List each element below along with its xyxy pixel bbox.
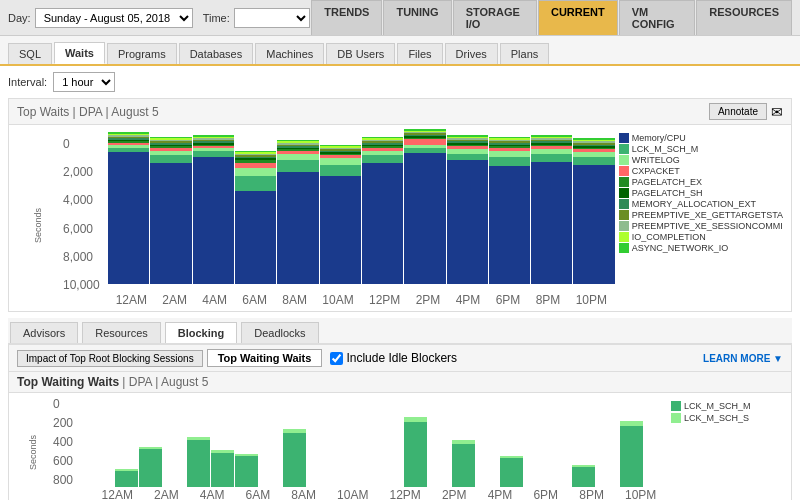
bottom-bar-group <box>548 397 571 487</box>
bar-group <box>193 129 234 284</box>
idle-blockers-checkbox[interactable] <box>330 352 343 365</box>
legend-item: PREEMPTIVE_XE_SESSIONCOMMI <box>619 221 783 231</box>
bottom-y-axis-label: Seconds <box>28 425 38 470</box>
bottom-legend-color <box>671 401 681 411</box>
bar-segment <box>150 155 191 163</box>
nav-tab-current[interactable]: CURRENT <box>538 0 618 35</box>
time-select[interactable] <box>234 8 311 28</box>
legend-item: CXPACKET <box>619 166 783 176</box>
bottom-bar-group <box>331 397 354 487</box>
legend-item: ASYNC_NETWORK_IO <box>619 243 783 253</box>
bar-segment <box>531 162 572 284</box>
legend-color <box>619 188 629 198</box>
sub-tab-databases[interactable]: Databases <box>179 43 254 64</box>
bottom-bar-group <box>452 397 475 487</box>
nav-tab-tuning[interactable]: TUNING <box>383 0 451 35</box>
bottom-bar-group <box>356 397 379 487</box>
bar-segment <box>489 157 530 166</box>
bottom-bar-group <box>596 397 619 487</box>
legend-item: PAGELATCH_EX <box>619 177 783 187</box>
bottom-bar-segment <box>187 440 210 487</box>
bar-segment <box>404 153 445 284</box>
x-labels: 12AM 2AM 4AM 6AM 8AM 10AM 12PM 2PM 4PM 6… <box>63 293 615 307</box>
nav-tab-resources[interactable]: RESOURCES <box>696 0 792 35</box>
bar-segment <box>150 163 191 284</box>
sub-tab-drives[interactable]: Drives <box>445 43 498 64</box>
top-bar: Day: Sunday - August 05, 2018 Time: TREN… <box>0 0 800 36</box>
blocking-tab-deadlocks[interactable]: Deadlocks <box>241 322 318 343</box>
legend-label: PAGELATCH_EX <box>632 177 702 187</box>
nav-tab-vmconfig[interactable]: VM CONFIG <box>619 0 696 35</box>
blocking-toolbar: Impact of Top Root Blocking Sessions Top… <box>9 345 791 372</box>
bottom-bar-segment <box>283 433 306 487</box>
sub-tab-machines[interactable]: Machines <box>255 43 324 64</box>
blocking-section: Advisors Resources Blocking Deadlocks Im… <box>8 318 792 500</box>
legend-label: PREEMPTIVE_XE_SESSIONCOMMI <box>632 221 783 231</box>
interval-label: Interval: <box>8 76 47 88</box>
bar-segment <box>320 165 361 176</box>
bottom-bar-group <box>163 397 186 487</box>
blocking-tabs: Advisors Resources Blocking Deadlocks <box>8 318 792 344</box>
bottom-bar-group <box>283 397 306 487</box>
bar-segment <box>235 176 276 192</box>
chart-body: Seconds 10,000 8,000 6,000 4,000 2,000 0… <box>9 125 791 311</box>
legend-color <box>619 199 629 209</box>
sub-tab-programs[interactable]: Programs <box>107 43 177 64</box>
legend-item: Memory/CPU <box>619 133 783 143</box>
bar-group <box>404 129 445 284</box>
bar-group <box>531 129 572 284</box>
bottom-bar-segment <box>235 456 258 488</box>
nav-tab-storage[interactable]: STORAGE I/O <box>453 0 537 35</box>
idle-blockers-label: Include Idle Blockers <box>330 351 457 365</box>
legend-item: LCK_M_SCH_M <box>619 144 783 154</box>
impact-button[interactable]: Impact of Top Root Blocking Sessions <box>17 350 203 367</box>
blocking-tab-advisors[interactable]: Advisors <box>10 322 78 343</box>
interval-select[interactable]: 1 hour <box>53 72 115 92</box>
bottom-bar-group <box>524 397 547 487</box>
sub-tab-sql[interactable]: SQL <box>8 43 52 64</box>
blocking-tab-blocking[interactable]: Blocking <box>165 322 237 343</box>
bottom-bar-group <box>259 397 282 487</box>
chart-title: Top Waits | DPA | August 5 <box>17 105 159 119</box>
annotate-button[interactable]: Annotate <box>709 103 767 120</box>
legend-label: IO_COMPLETION <box>632 232 706 242</box>
bar-segment <box>573 165 614 284</box>
legend-label: Memory/CPU <box>632 133 686 143</box>
y-axis-label: Seconds <box>33 193 43 243</box>
bar-group <box>362 129 403 284</box>
bar-group <box>320 129 361 284</box>
bar-segment <box>362 155 403 163</box>
day-select[interactable]: Sunday - August 05, 2018 <box>35 8 193 28</box>
sub-tab-waits[interactable]: Waits <box>54 42 105 64</box>
bar-segment <box>573 157 614 165</box>
bottom-bar-group <box>404 397 427 487</box>
legend-color <box>619 232 629 242</box>
nav-tab-trends[interactable]: TRENDS <box>311 0 382 35</box>
top-waits-chart: Top Waits | DPA | August 5 Annotate ✉ Se… <box>8 98 792 312</box>
mail-icon[interactable]: ✉ <box>771 104 783 120</box>
sub-tab-files[interactable]: Files <box>397 43 442 64</box>
bottom-bar-segment <box>452 444 475 487</box>
bar-segment <box>447 160 488 284</box>
sub-tab-plans[interactable]: Plans <box>500 43 550 64</box>
bottom-legend-item: LCK_M_SCH_S <box>671 413 783 423</box>
interval-row: Interval: 1 hour <box>8 72 792 92</box>
sub-tab-dbusers[interactable]: DB Users <box>326 43 395 64</box>
waiting-waits-button[interactable]: Top Waiting Waits <box>207 349 323 367</box>
learn-more-link[interactable]: LEARN MORE ▼ <box>703 353 783 364</box>
bar-segment <box>235 191 276 284</box>
bottom-legend-color <box>671 413 681 423</box>
bar-segment <box>362 163 403 284</box>
legend-color <box>619 210 629 220</box>
bottom-x-labels: 12AM 2AM 4AM 6AM 8AM 10AM 12PM 2PM 4PM 6… <box>53 488 667 500</box>
legend-color <box>619 133 629 143</box>
blocking-tab-resources[interactable]: Resources <box>82 322 161 343</box>
bottom-chart-header: Top Waiting Waits | DPA | August 5 <box>9 372 791 393</box>
legend-item: WRITELOG <box>619 155 783 165</box>
bar-group <box>573 129 614 284</box>
bottom-bar-group <box>476 397 499 487</box>
bar-segment <box>531 154 572 162</box>
bottom-bar-group <box>428 397 451 487</box>
legend-item: IO_COMPLETION <box>619 232 783 242</box>
bar-segment <box>320 176 361 285</box>
